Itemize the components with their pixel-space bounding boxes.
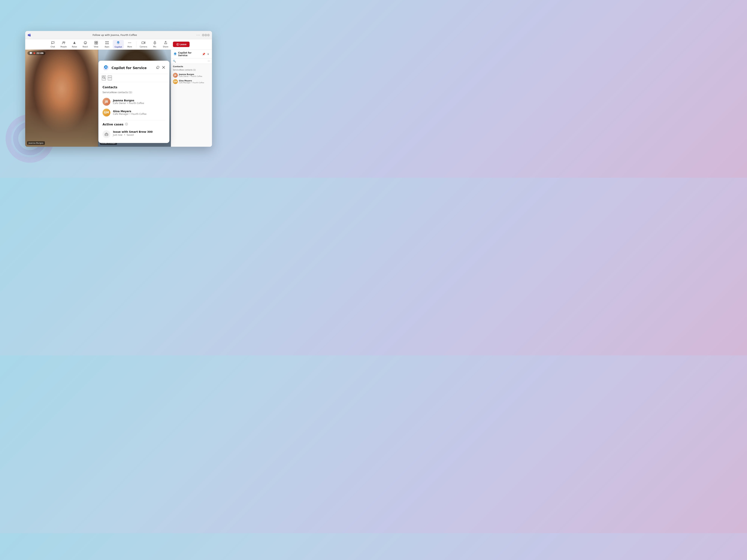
cp-divider [103,120,165,121]
toolbar-item-raise[interactable]: Raise [70,40,80,49]
toolbar-item-react[interactable]: React [80,40,91,49]
meeting-toolbar: Chat People Raise React View [25,39,212,50]
side-avatar-gina: GM [173,79,178,84]
svg-rect-16 [107,43,108,44]
svg-point-36 [126,124,127,124]
side-sub-contacts-title: ServiceNow contacts (1) [173,69,210,71]
side-panel-close-button[interactable]: ✕ [207,52,210,56]
svg-rect-1 [29,34,31,35]
side-contact-joanna[interactable]: JB Joanna Burgos Cafe Owner • Fourth Cof… [173,72,210,78]
svg-rect-12 [96,43,98,44]
cp-contact-joanna[interactable]: JB Joanna Burgos Cafe Owner • Fourth Cof… [103,96,165,107]
cp-contacts-title: Contacts [103,85,165,89]
cp-contact-info-joanna: Joanna Burgos Cafe Owner • Fourth Coffee [113,99,144,105]
svg-line-30 [104,78,105,79]
mic-icon [153,41,157,46]
side-panel-pin-button[interactable]: 📌 [202,52,206,56]
toolbar-label-react: React [82,46,88,48]
copilot-close-button[interactable] [162,66,165,70]
toolbar-item-share[interactable]: Share [161,40,171,49]
svg-rect-22 [154,41,155,43]
camera-icon [141,41,145,46]
svg-rect-13 [105,41,107,43]
side-contact-info-joanna: Joanna Burgos Cafe Owner • Fourth Coffee [179,73,202,77]
cp-contact-gina[interactable]: GM Gina Meyers Cafe Manager • Fourth Cof… [103,107,165,118]
toolbar-item-copilot[interactable]: Copilot [113,40,124,49]
toolbar-item-view[interactable]: View [91,40,101,49]
name-tag-joanna: Joanna Burgos [27,141,45,145]
side-panel-search-bar: 🔍 ··· [171,58,212,64]
leave-button[interactable]: Leave [173,42,189,47]
svg-rect-14 [107,41,108,43]
cp-contact-name-joanna: Joanna Burgos [113,99,144,102]
window-title: Follow up with Joanna, Fourth Coffee [33,34,197,36]
svg-rect-9 [95,41,96,43]
copilot-panel-body: Contacts ServiceNow contacts (1) JB Joan… [98,82,170,143]
raise-icon [73,41,76,46]
cp-case-item-0[interactable]: Issue with Smart Brew 300 Just now • Sav… [103,129,165,140]
toolbar-item-chat[interactable]: Chat [48,40,58,49]
video-area: 💬 22:06 Joanna Burgos Ethan Phillips [25,50,212,147]
cp-active-cases-info-icon[interactable] [125,123,128,126]
cp-contacts-sub-title: ServiceNow contacts (1) [103,91,165,94]
cp-case-info-0: Issue with Smart Brew 300 Just now • Sav… [113,130,153,136]
svg-point-18 [128,43,129,43]
side-panel-search-icon[interactable]: 🔍 [173,60,176,62]
side-contact-name-joanna: Joanna Burgos [179,73,202,75]
svg-point-17 [118,42,119,43]
toolbar-label-camera: Camera [140,46,147,48]
cp-avatar-joanna: JB [103,98,110,106]
toolbar-item-mic[interactable]: Mic [150,40,160,49]
more-icon [128,41,131,46]
video-panel-left: Joanna Burgos [25,50,98,147]
toolbar-item-more[interactable]: More [125,40,135,49]
side-contact-gina[interactable]: GM Gina Meyers Cafe Manager • Fourth Cof… [173,78,210,85]
side-panel-header: Copilot for Service 📌 ✕ [171,50,212,58]
maximize-button[interactable]: □ [205,34,207,36]
toolbar-label-chat: Chat [51,46,55,48]
cp-contact-role-joanna: Cafe Owner • Fourth Coffee [113,102,144,105]
teams-logo-icon [27,33,31,37]
copilot-more-button[interactable] [108,75,112,80]
toolbar-item-people[interactable]: People [59,40,69,49]
recording-time: 22:06 [36,52,44,54]
svg-point-3 [63,42,64,43]
svg-rect-15 [105,43,107,44]
cp-avatar-gina: GM [103,109,110,116]
minimize-button[interactable]: – [202,34,205,36]
svg-point-25 [105,66,107,68]
svg-point-19 [129,43,130,43]
side-contacts-section: Contacts ServiceNow contacts (1) JB Joan… [171,64,212,147]
toolbar-separator [136,42,136,47]
copilot-logo-small [173,52,177,56]
side-panel-title: Copilot for Service [178,52,201,57]
teams-window: Follow up with Joanna, Fourth Coffee ···… [25,31,212,147]
copilot-logo-big [103,64,109,71]
toolbar-item-apps[interactable]: Apps [102,40,112,49]
side-contact-role-joanna: Cafe Owner • Fourth Coffee [179,75,202,77]
svg-point-20 [131,43,131,43]
person-bg-joanna [25,50,98,147]
svg-point-8 [85,42,86,43]
copilot-search-button[interactable] [102,75,106,80]
svg-rect-5 [73,44,76,44]
toolbar-label-view: View [94,46,98,48]
side-contact-info-gina: Gina Meyers Cafe Manager • Fourth Coffee [179,80,204,84]
toolbar-item-camera[interactable]: Camera [138,40,149,49]
cp-contact-info-gina: Gina Meyers Cafe Manager • Fourth Coffee [113,110,147,115]
side-panel-more-button[interactable]: ··· [208,59,210,62]
recording-dot [33,52,35,54]
title-more-button[interactable]: ··· [197,33,200,37]
copilot-panel-title: Copilot for Service [111,66,154,70]
close-button[interactable]: × [207,34,210,36]
side-avatar-joanna: JB [173,73,178,78]
leave-icon [176,43,179,46]
recording-bar: 💬 22:06 [27,51,45,55]
copilot-pin-button[interactable] [156,66,160,70]
svg-rect-21 [142,42,144,44]
recording-chat-icon: 💬 [29,52,32,54]
side-section-contacts-title: Contacts [173,65,210,68]
chat-icon [51,41,55,46]
toolbar-label-copilot: Copilot [115,46,122,48]
copilot-toolbar [98,74,170,82]
